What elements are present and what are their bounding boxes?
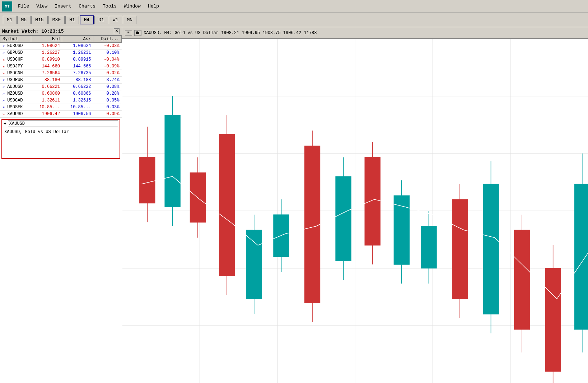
tf-M5[interactable]: M5 <box>17 16 31 24</box>
svg-rect-21 <box>219 134 234 276</box>
symbol-cell: ↘ USDCHF <box>0 56 31 63</box>
search-empty-area <box>2 137 120 158</box>
symbol-cell: ↗ GBPUSD <box>0 49 31 56</box>
ask-cell: 0.66222 <box>62 84 93 90</box>
symbol-name: USDCAD <box>7 98 23 103</box>
symbol-name: AUDUSD <box>7 84 23 89</box>
market-watch-row[interactable]: ↘ XAUUSD 1906.42 1906.56 -0.09% <box>0 111 122 118</box>
bid-cell: 0.66221 <box>31 84 62 90</box>
market-watch-row[interactable]: ↘ USDJPY 144.660 144.665 -0.09% <box>0 63 122 70</box>
ask-cell: 0.60866 <box>62 90 93 97</box>
menu-view[interactable]: View <box>33 3 51 10</box>
tf-W1[interactable]: W1 <box>109 16 122 24</box>
change-cell: -0.02% <box>93 70 122 77</box>
bid-cell: 0.60860 <box>31 90 62 97</box>
ask-cell: 10.85... <box>62 104 93 111</box>
symbol-name: USDRUB <box>7 77 23 82</box>
ask-cell: 7.26735 <box>62 70 93 77</box>
direction-arrow: ↗ <box>3 51 5 55</box>
chart-type-icon[interactable]: ≡ <box>125 30 132 36</box>
direction-arrow: ↗ <box>3 85 5 89</box>
tf-M30[interactable]: M30 <box>48 16 65 24</box>
market-watch-row[interactable]: ↗ USDCAD 1.32611 1.32615 0.05% <box>0 97 122 104</box>
bid-cell: 1906.42 <box>31 111 62 118</box>
change-cell: 0.08% <box>93 84 122 90</box>
menu-help[interactable]: Help <box>144 3 163 10</box>
col-ask: Ask <box>62 36 93 43</box>
menu-file[interactable]: File <box>14 3 33 10</box>
bid-cell: 1.26227 <box>31 49 62 56</box>
change-cell: -0.09% <box>93 63 122 70</box>
change-cell: 3.74% <box>93 77 122 84</box>
direction-arrow: ↘ <box>3 57 5 62</box>
market-watch-row[interactable]: ↗ AUDUSD 0.66221 0.66222 0.08% <box>0 84 122 90</box>
symbol-cell: ↗ AUDUSD <box>0 84 31 90</box>
svg-rect-30 <box>304 146 320 303</box>
market-watch-row[interactable]: ↗ NZDUSD 0.60860 0.60866 0.28% <box>0 90 122 97</box>
tf-H4[interactable]: H4 <box>80 15 94 24</box>
app-logo: MT <box>2 1 12 11</box>
bid-cell: 88.180 <box>31 77 62 84</box>
menu-tools[interactable]: Tools <box>99 3 120 10</box>
svg-rect-45 <box>452 199 467 299</box>
market-watch-close[interactable]: × <box>114 28 120 34</box>
ask-cell: 144.665 <box>62 63 93 70</box>
bid-cell: 10.85... <box>31 104 62 111</box>
search-result[interactable]: XAUUSD, Gold vs US Dollar <box>2 128 120 137</box>
svg-rect-36 <box>365 157 380 245</box>
direction-arrow: ↘ <box>3 112 5 116</box>
menu-window[interactable]: Window <box>120 3 144 10</box>
change-cell: 0.05% <box>93 97 122 104</box>
symbol-cell: ↗ EURUSD <box>0 43 31 49</box>
timeframe-toolbar: M1 M5 M15 M30 H1 H4 D1 W1 MN <box>0 13 588 27</box>
chart-header: ≡ 🖿 XAUUSD, H4: Gold vs US Dollar 1908.2… <box>122 27 588 39</box>
svg-rect-54 <box>545 268 561 372</box>
symbol-search-input[interactable] <box>8 120 118 127</box>
symbol-name: USDJPY <box>7 64 23 69</box>
bid-cell: 1.08624 <box>31 43 62 49</box>
ask-cell: 0.89915 <box>62 56 93 63</box>
direction-arrow: ↗ <box>3 91 5 96</box>
ask-cell: 1.08624 <box>62 43 93 49</box>
add-symbol-icon: + <box>4 121 6 127</box>
symbol-cell: ↘ USDJPY <box>0 63 31 70</box>
tf-H1[interactable]: H1 <box>65 16 79 24</box>
change-cell: 0.28% <box>93 90 122 97</box>
market-watch-row[interactable]: ↗ EURUSD 1.08624 1.08624 -0.03% <box>0 43 122 49</box>
bid-cell: 7.26564 <box>31 70 62 77</box>
symbol-cell: ↗ USDSEK <box>0 104 31 111</box>
symbol-name: XAUUSD <box>7 112 23 117</box>
market-watch-row[interactable]: ↗ GBPUSD 1.26227 1.26231 0.10% <box>0 49 122 56</box>
symbol-cell: ↘ XAUUSD <box>0 111 31 118</box>
tf-D1[interactable]: D1 <box>94 16 108 24</box>
symbol-cell: ↗ NZDUSD <box>0 90 31 97</box>
market-watch-row[interactable]: ↘ USDCHF 0.89910 0.89915 -0.04% <box>0 56 122 63</box>
symbol-name: EURUSD <box>7 43 23 48</box>
change-cell: 0.03% <box>93 104 122 111</box>
search-input-row: + <box>2 120 120 128</box>
market-watch-row[interactable]: ↗ USDRUB 88.180 88.188 3.74% <box>0 77 122 84</box>
bid-cell: 0.89910 <box>31 56 62 63</box>
bid-cell: 1.32611 <box>31 97 62 104</box>
direction-arrow: ↘ <box>3 64 5 68</box>
svg-rect-24 <box>246 230 262 299</box>
chart-canvas[interactable] <box>122 39 588 383</box>
market-watch-title: Market Watch: 10:23:15 <box>2 29 64 34</box>
menu-charts[interactable]: Charts <box>75 3 99 10</box>
menu-insert[interactable]: Insert <box>51 3 75 10</box>
ask-cell: 88.188 <box>62 77 93 84</box>
change-cell: 0.10% <box>93 49 122 56</box>
symbol-name: USDSEK <box>7 105 23 110</box>
change-cell: -0.09% <box>93 111 122 118</box>
col-daily: Dail... <box>93 36 122 43</box>
symbol-name: USDCHF <box>7 57 23 62</box>
candlestick-chart <box>122 39 588 383</box>
tf-MN[interactable]: MN <box>123 16 136 24</box>
market-watch-row[interactable]: ↗ USDSEK 10.85... 10.85... 0.03% <box>0 104 122 111</box>
svg-rect-51 <box>514 230 529 329</box>
direction-arrow: ↗ <box>3 44 5 48</box>
market-watch-row[interactable]: ↘ USDCNH 7.26564 7.26735 -0.02% <box>0 70 122 77</box>
chart-template-icon[interactable]: 🖿 <box>134 30 141 36</box>
tf-M1[interactable]: M1 <box>3 16 17 24</box>
tf-M15[interactable]: M15 <box>31 16 47 24</box>
